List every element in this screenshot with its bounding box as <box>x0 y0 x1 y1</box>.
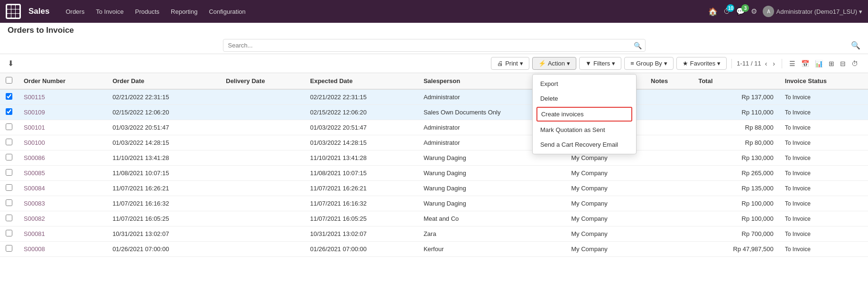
activity-icon[interactable]: ⏱ 10 <box>723 7 730 16</box>
row-order-number[interactable]: S00083 <box>18 196 107 211</box>
row-order-number[interactable]: S00100 <box>18 135 107 150</box>
row-checkbox[interactable] <box>6 139 12 145</box>
action-mark-quotation[interactable]: Mark Quotation as Sent <box>533 122 636 137</box>
action-export[interactable]: Export <box>533 76 636 91</box>
nav-right-section: 🏠 ⏱ 10 💬 3 ⚙ A Administrator (Demo17_LSU… <box>708 6 862 17</box>
prev-page-button[interactable]: ‹ <box>763 59 769 68</box>
row-checkbox-cell[interactable] <box>0 226 18 242</box>
row-checkbox[interactable] <box>6 184 12 191</box>
row-notes <box>645 226 693 242</box>
row-checkbox[interactable] <box>6 169 12 176</box>
action-button-wrapper: ⚡ Action ▾ Export Delete Create invoices… <box>532 57 576 70</box>
col-notes[interactable]: Notes <box>645 73 693 89</box>
row-order-number[interactable]: S00008 <box>18 242 107 257</box>
menu-products[interactable]: Products <box>130 5 164 18</box>
row-order-number[interactable]: S00084 <box>18 181 107 196</box>
chat-badge: 3 <box>741 4 749 12</box>
col-invoice-status[interactable]: Invoice Status <box>779 73 868 89</box>
row-checkbox[interactable] <box>6 93 12 100</box>
breadcrumb-area: Orders to Invoice <box>0 23 868 37</box>
groupby-icon: ≡ <box>630 60 634 67</box>
action-delete[interactable]: Delete <box>533 91 636 106</box>
menu-to-invoice[interactable]: To Invoice <box>91 5 129 18</box>
row-checkbox-cell[interactable] <box>0 166 18 181</box>
row-checkbox-cell[interactable] <box>0 242 18 257</box>
row-checkbox-cell[interactable] <box>0 196 18 211</box>
favorites-button[interactable]: ★ Favorites ▾ <box>676 57 727 70</box>
row-order-number[interactable]: S00082 <box>18 211 107 226</box>
row-total: Rp 47,987,500 <box>693 242 779 257</box>
action-button[interactable]: ⚡ Action ▾ <box>532 57 576 70</box>
row-order-number[interactable]: S00115 <box>18 89 107 105</box>
col-expected-date[interactable]: Expected Date <box>305 73 418 89</box>
row-delivery-date <box>220 120 305 135</box>
menu-reporting[interactable]: Reporting <box>166 5 202 18</box>
calendar-view-button[interactable]: 📅 <box>799 58 812 69</box>
print-button[interactable]: 🖨 Print ▾ <box>491 57 529 70</box>
row-order-date: 02/21/2022 22:31:15 <box>107 89 220 105</box>
col-total[interactable]: Total <box>693 73 779 89</box>
row-checkbox-cell[interactable] <box>0 135 18 150</box>
filters-button[interactable]: ▼ Filters ▾ <box>579 57 621 70</box>
row-checkbox[interactable] <box>6 230 12 236</box>
row-checkbox[interactable] <box>6 199 12 206</box>
row-order-number[interactable]: S00085 <box>18 166 107 181</box>
row-checkbox[interactable] <box>6 154 12 160</box>
select-all-checkbox[interactable] <box>6 77 12 84</box>
row-checkbox-cell[interactable] <box>0 211 18 226</box>
row-order-number[interactable]: S00109 <box>18 105 107 120</box>
row-total: Rp 100,000 <box>693 211 779 226</box>
action-create-invoices[interactable]: Create invoices <box>536 107 632 122</box>
row-expected-date: 02/15/2022 12:06:20 <box>305 105 418 120</box>
row-total: Rp 700,000 <box>693 226 779 242</box>
menu-configuration[interactable]: Configuration <box>204 5 250 18</box>
table-row: S00086 11/10/2021 13:41:28 11/10/2021 13… <box>0 150 868 166</box>
row-order-number[interactable]: S00101 <box>18 120 107 135</box>
chat-icon[interactable]: 💬 3 <box>736 7 745 16</box>
col-order-date[interactable]: Order Date <box>107 73 220 89</box>
next-page-button[interactable]: › <box>771 59 777 68</box>
search-icon: 🔍 <box>634 42 642 49</box>
row-order-number[interactable]: S00081 <box>18 226 107 242</box>
row-order-number[interactable]: S00086 <box>18 150 107 166</box>
search-submit-icon[interactable]: 🔍 <box>851 41 860 50</box>
row-total: Rp 137,000 <box>693 89 779 105</box>
app-logo[interactable] <box>6 4 21 19</box>
table-row: S00082 11/07/2021 16:05:25 11/07/2021 16… <box>0 211 868 226</box>
table-row: S00100 01/03/2022 14:28:15 01/03/2022 14… <box>0 135 868 150</box>
search-input[interactable] <box>223 39 646 52</box>
row-checkbox-cell[interactable] <box>0 150 18 166</box>
download-button[interactable]: ⬇ <box>8 59 14 68</box>
row-checkbox-cell[interactable] <box>0 120 18 135</box>
kanban-view-button[interactable]: ⊞ <box>826 58 837 69</box>
row-expected-date: 11/08/2021 10:07:15 <box>305 166 418 181</box>
app-title: Sales <box>28 7 49 16</box>
user-menu[interactable]: A Administrator (Demo17_LSU) ▾ <box>763 6 862 17</box>
select-all-header[interactable] <box>0 73 18 89</box>
row-notes <box>645 120 693 135</box>
menu-orders[interactable]: Orders <box>61 5 89 18</box>
row-checkbox[interactable] <box>6 123 12 130</box>
grid-view-button[interactable]: ⊟ <box>838 58 848 69</box>
home-icon[interactable]: 🏠 <box>708 7 718 16</box>
row-salesperson: Warung Daging <box>418 181 565 196</box>
row-checkbox-cell[interactable] <box>0 89 18 105</box>
col-delivery-date[interactable]: Delivery Date <box>220 73 305 89</box>
row-checkbox-cell[interactable] <box>0 181 18 196</box>
action-cart-recovery[interactable]: Send a Cart Recovery Email <box>533 137 636 152</box>
groupby-button[interactable]: ≡ Group By ▾ <box>624 57 674 70</box>
row-checkbox[interactable] <box>6 215 12 221</box>
chart-view-button[interactable]: 📊 <box>813 58 825 69</box>
list-view-button[interactable]: ☰ <box>787 58 798 69</box>
settings-icon[interactable]: ⚙ <box>751 7 757 16</box>
row-delivery-date <box>220 105 305 120</box>
clock-view-button[interactable]: ⏱ <box>849 58 860 69</box>
row-checkbox[interactable] <box>6 245 12 252</box>
row-checkbox[interactable] <box>6 108 12 115</box>
col-order-number[interactable]: Order Number <box>18 73 107 89</box>
row-total: Rp 80,000 <box>693 135 779 150</box>
row-checkbox-cell[interactable] <box>0 105 18 120</box>
row-notes <box>645 166 693 181</box>
row-company: My Company <box>565 226 645 242</box>
row-delivery-date <box>220 211 305 226</box>
